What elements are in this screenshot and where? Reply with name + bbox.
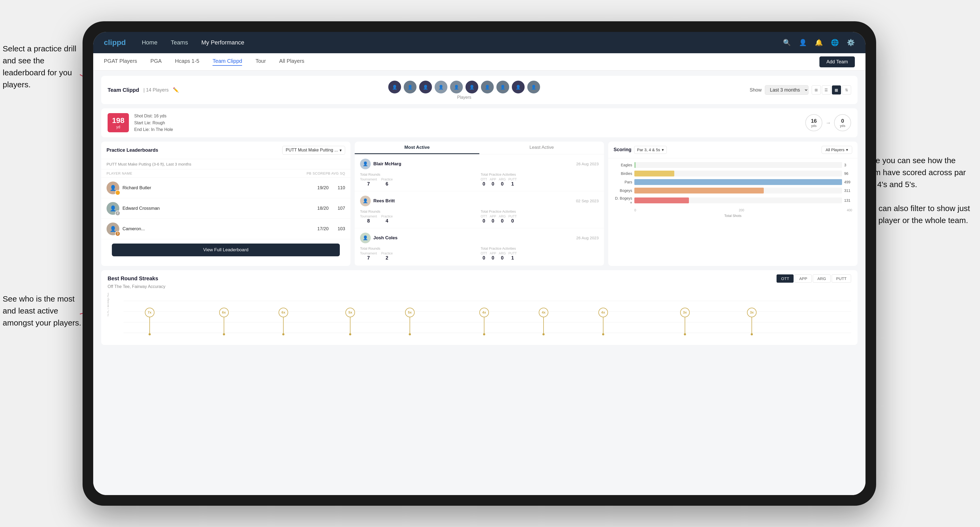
chart-row-dbogeys: D. Bogeys + 131 <box>614 196 852 205</box>
avatar: 👤 <box>434 80 448 94</box>
stat-tournament: Tournament 8 <box>360 214 377 224</box>
stat-label: Total Practice Activities <box>481 210 599 213</box>
pin-label: 4x <box>539 308 548 317</box>
lb-badge-gold <box>115 190 120 195</box>
filter-icon[interactable]: ⇅ <box>842 86 851 94</box>
timeline-pin: 4x <box>479 308 489 335</box>
nav-teams[interactable]: Teams <box>171 39 188 46</box>
least-active-toggle[interactable]: Least Active <box>479 141 604 154</box>
subnav-pga[interactable]: PGA <box>151 58 162 66</box>
lb-badge-bronze: 3 <box>115 231 120 237</box>
timeline-pin: 6x <box>278 308 288 335</box>
team-count: | 14 Players <box>143 87 169 93</box>
chart-bar-eagles <box>634 162 636 168</box>
nav-my-performance[interactable]: My Performance <box>201 39 244 46</box>
activity-date: 26 Aug 2023 <box>576 162 599 166</box>
lb-name: Richard Butler <box>123 185 309 190</box>
annotation-top-right: Here you can see how the team have score… <box>863 154 975 226</box>
stat-activities: OTT0 APP0 ARG0 PUTT1 <box>481 178 599 187</box>
globe-icon[interactable]: 🌐 <box>831 39 839 46</box>
lb-badge-silver: 2 <box>115 211 120 216</box>
lb-score: 17/20 <box>313 226 329 232</box>
chart-bar-dbogeys <box>634 197 689 203</box>
practice-dropdown[interactable]: PUTT Must Make Putting ... ▾ <box>282 146 345 155</box>
chart-bar-bogeys <box>634 187 764 194</box>
pin-label: 6x <box>219 308 229 317</box>
three-panel: Practice Leaderboards PUTT Must Make Put… <box>101 141 858 266</box>
chart-area: Eagles 3 Birdies 96 <box>608 158 858 221</box>
scoring-filter-dropdown[interactable]: Par 3, 4 & 5s ▾ <box>634 146 667 154</box>
team-header: Team Clippd | 14 Players ✏️ 👤 👤 👤 👤 👤 👤 <box>101 76 858 104</box>
streak-ott-button[interactable]: OTT <box>776 275 794 283</box>
stat-activities: OTT0 APP0 ARG0 PUTT1 <box>481 252 599 261</box>
nav-home[interactable]: Home <box>142 39 158 46</box>
activity-avatar: 👤 <box>360 159 371 169</box>
streak-arg-button[interactable]: ARG <box>813 275 830 283</box>
timeline-pin: 3x <box>747 308 757 335</box>
chart-row-pars: Pars 499 <box>614 179 852 185</box>
timeline-pin: 3x <box>680 308 690 335</box>
all-players-dropdown[interactable]: All Players ▾ <box>822 146 852 154</box>
add-team-button[interactable]: Add Team <box>819 56 855 67</box>
shot-dist-badge: 198 yd <box>108 113 129 132</box>
avatar-icon[interactable]: ⚙️ <box>847 39 855 46</box>
stat-activities: OTT0 APP0 ARG0 PUTT0 <box>481 214 599 224</box>
pin-label: 5x <box>405 308 415 317</box>
card-icon[interactable]: ▦ <box>832 86 841 94</box>
activity-panel: Most Active Least Active 👤 Blair McHarg … <box>355 141 604 266</box>
leaderboard-header: PLAYER NAME PB SCORE PB AVG SQ <box>101 169 350 178</box>
chart-row-bogeys: Bogeys 311 <box>614 187 852 194</box>
panel-title: Practice Leaderboards <box>107 148 158 153</box>
chart-bar-container <box>634 171 842 176</box>
chart-value: 131 <box>844 198 852 203</box>
avatar: 👤 <box>418 80 433 94</box>
stat-tournament: Tournament 7 <box>360 252 377 261</box>
stat-practice: Practice 2 <box>381 252 393 261</box>
activity-date: 26 Aug 2023 <box>576 236 599 240</box>
leaderboard-row: 👤 2 Edward Crossman 18/20 107 <box>101 198 350 219</box>
stat-label: Total Practice Activities <box>481 246 599 251</box>
activity-name: Blair McHarg <box>373 161 401 167</box>
chart-bar-container <box>634 179 842 185</box>
show-label: Show <box>749 87 762 93</box>
lb-avg: 110 <box>332 185 345 190</box>
streak-putt-button[interactable]: PUTT <box>832 275 851 283</box>
stat-group-activities: Total Practice Activities OTT0 APP0 ARG0… <box>481 246 599 261</box>
stat-practice: Practice 4 <box>381 214 393 224</box>
activity-avatar: 👤 <box>360 195 371 206</box>
subnav-pgat[interactable]: PGAT Players <box>104 58 137 66</box>
chart-value: 3 <box>844 163 852 167</box>
chart-bar-birdies <box>634 171 674 176</box>
subnav-tour[interactable]: Tour <box>255 58 266 66</box>
streak-app-button[interactable]: APP <box>795 275 812 283</box>
panel-header: Practice Leaderboards PUTT Must Make Put… <box>101 141 350 159</box>
subnav-all-players[interactable]: All Players <box>279 58 304 66</box>
grid-icon[interactable]: ⊞ <box>812 86 821 94</box>
person-icon[interactable]: 👤 <box>799 39 807 46</box>
subnav-team-clippd[interactable]: Team Clippd <box>213 58 242 66</box>
most-active-toggle[interactable]: Most Active <box>355 141 479 154</box>
lb-avg: 103 <box>332 226 345 232</box>
chart-row-eagles: Eagles 3 <box>614 162 852 168</box>
lb-avatar: 👤 2 <box>107 202 119 215</box>
edit-icon[interactable]: ✏️ <box>173 87 179 93</box>
subnav-hcaps[interactable]: Hcaps 1-5 <box>175 58 199 66</box>
timeline-pin: 5x <box>405 308 415 335</box>
chart-value: 499 <box>844 180 852 184</box>
shot-dist-value: 198 <box>112 116 125 125</box>
pin-label: 5x <box>345 308 355 317</box>
streaks-title: Best Round Streaks <box>108 275 158 282</box>
practice-leaderboards-panel: Practice Leaderboards PUTT Must Make Put… <box>101 141 350 266</box>
chart-xlabel: Total Shots <box>614 214 852 218</box>
activity-player: 👤 Rees Britt <box>360 195 395 206</box>
shot-info-card: 198 yd Shot Dist: 16 yds Start Lie: Roug… <box>101 108 858 137</box>
search-icon[interactable]: 🔍 <box>783 39 791 46</box>
navbar: clippd Home Teams My Performance 🔍 👤 🔔 🌐… <box>93 32 865 53</box>
show-select[interactable]: Last 3 months Last 6 months Last year <box>765 85 808 95</box>
view-full-leaderboard-button[interactable]: View Full Leaderboard <box>112 243 340 256</box>
chart-label: Pars <box>614 180 632 184</box>
chart-row-birdies: Birdies 96 <box>614 171 852 176</box>
stat-practice: Practice 6 <box>381 178 393 187</box>
list-icon[interactable]: ☰ <box>822 86 831 94</box>
bell-icon[interactable]: 🔔 <box>815 39 823 46</box>
